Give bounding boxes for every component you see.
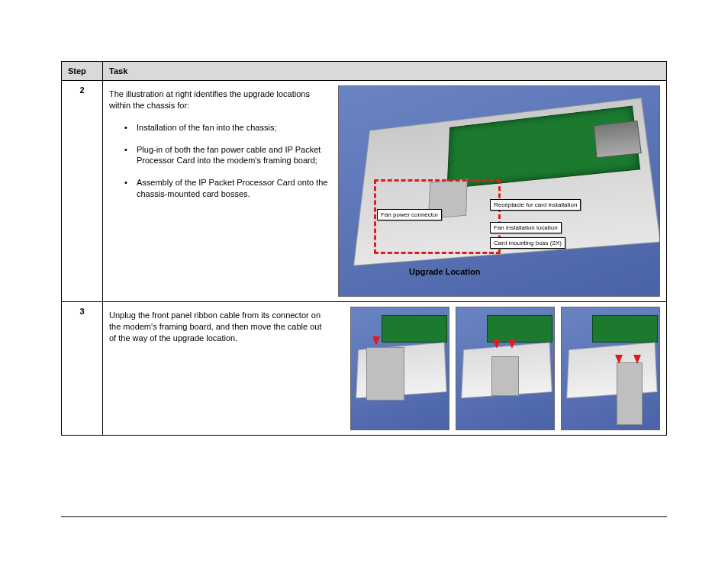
col-header-task: Task	[103, 62, 667, 81]
task-cell: Unplug the front panel ribbon cable from…	[103, 302, 667, 436]
ribbon-cable-icon	[617, 362, 643, 425]
pcb-icon	[382, 315, 447, 343]
arrow-down-icon	[372, 336, 380, 346]
table-row: 2 The illustration at right identifies t…	[62, 81, 667, 302]
task-figure: Fan power connector Receptacle for card …	[338, 85, 660, 297]
task-text: Unplug the front panel ribbon cable from…	[109, 307, 330, 430]
task-bullet: Assembly of the IP Packet Processor Card…	[124, 177, 330, 200]
arrow-down-icon	[493, 339, 501, 349]
task-figure-row	[338, 307, 660, 430]
task-intro: Unplug the front panel ribbon cable from…	[109, 310, 330, 344]
pcb-icon	[487, 315, 552, 343]
task-bullet-list: Installation of the fan into the chassis…	[109, 122, 330, 200]
arrow-down-icon	[615, 355, 623, 364]
task-cell: The illustration at right identifies the…	[103, 81, 667, 302]
task-bullet: Installation of the fan into the chassis…	[124, 122, 330, 134]
arrow-down-icon	[508, 339, 516, 349]
step-number: 2	[62, 81, 103, 302]
callout-fan-location: Fan installation location	[490, 222, 562, 233]
footer-separator	[61, 516, 667, 517]
unplug-step-illustration	[350, 307, 449, 430]
callout-fan-power: Fan power connector	[377, 209, 442, 220]
unplug-step-illustration	[456, 307, 555, 430]
upgrade-location-label: Upgrade Location	[409, 267, 481, 276]
steps-table: Step Task 2 The illustration at right id…	[61, 61, 667, 436]
pcb-icon	[592, 315, 658, 343]
step-number: 3	[62, 302, 103, 436]
callout-mounting-boss: Card mounting boss (2X)	[490, 237, 565, 249]
chassis-icon	[566, 343, 657, 399]
col-header-step: Step	[62, 62, 103, 81]
arrow-down-icon	[633, 355, 641, 364]
ribbon-cable-icon	[366, 347, 404, 401]
task-text: The illustration at right identifies the…	[109, 85, 330, 297]
table-row: 3 Unplug the front panel ribbon cable fr…	[62, 302, 667, 436]
chassis-illustration: Fan power connector Receptacle for card …	[338, 85, 660, 297]
callout-receptacle: Receptacle for card installation	[490, 199, 581, 211]
ribbon-cable-icon	[491, 356, 519, 396]
task-intro: The illustration at right identifies the…	[109, 88, 330, 111]
psu-icon	[594, 121, 642, 158]
table-header-row: Step Task	[62, 62, 667, 81]
unplug-step-illustration	[561, 307, 660, 430]
task-bullet: Plug-in of both the fan power cable and …	[124, 144, 330, 167]
document-page: Step Task 2 The illustration at right id…	[0, 0, 728, 563]
